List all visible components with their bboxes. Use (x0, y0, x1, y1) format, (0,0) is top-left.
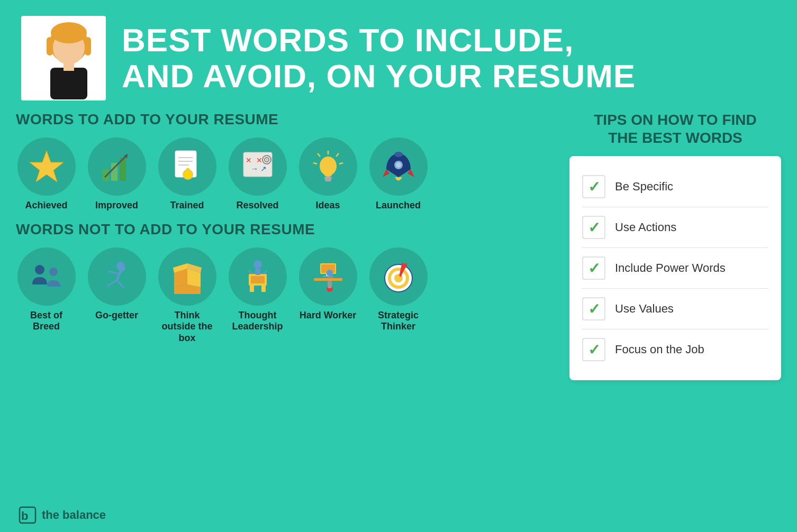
list-item: ✕ ✕ → ↗ Resolved (227, 137, 288, 212)
svg-point-63 (327, 270, 333, 276)
svg-point-48 (253, 260, 262, 269)
achieved-icon-circle (17, 137, 76, 196)
title-line2: AND AVOID, ON YOUR RESUME (122, 58, 636, 94)
svg-rect-55 (255, 269, 260, 275)
trained-icon-circle (158, 137, 216, 196)
resolved-label: Resolved (236, 200, 278, 212)
tip-item-use-actions: ✓ Use Actions (582, 207, 768, 248)
svg-rect-20 (186, 168, 189, 171)
hard-worker-label: Hard Worker (300, 310, 357, 322)
svg-point-40 (35, 265, 44, 274)
svg-text:b: b (21, 509, 28, 522)
achieved-label: Achieved (25, 200, 67, 212)
svg-rect-62 (328, 281, 332, 288)
words-not-to-add-section: WORDS NOT TO ADD TO YOUR RESUME Best of … (16, 221, 559, 344)
svg-rect-60 (314, 278, 342, 281)
svg-point-2 (51, 22, 87, 43)
svg-line-33 (313, 163, 317, 164)
tip-item-focus-job: ✓ Focus on the Job (582, 329, 768, 370)
avatar-box (21, 16, 106, 100)
svg-text:↗: ↗ (260, 164, 267, 173)
tips-title-line1: TIPS ON HOW TO FIND (569, 111, 781, 129)
tip-item-use-values: ✓ Use Values (582, 289, 768, 329)
words-to-add-row: Achieved (16, 137, 559, 212)
list-item: Ideas (297, 137, 358, 212)
think-outside-box-icon-circle (158, 247, 216, 306)
check-box-use-values: ✓ (582, 297, 605, 320)
resolved-icon-circle: ✕ ✕ → ↗ (229, 137, 287, 196)
ideas-label: Ideas (315, 200, 340, 212)
trained-label: Trained (170, 200, 204, 212)
tips-title: TIPS ON HOW TO FIND THE BEST WORDS (569, 111, 781, 146)
svg-line-54 (263, 271, 267, 274)
words-not-to-add-title: WORDS NOT TO ADD TO YOUR RESUME (16, 221, 559, 238)
left-section: WORDS TO ADD TO YOUR RESUME Achieved (16, 111, 559, 380)
strategy-icon: ✕ ✕ → ↗ (239, 148, 276, 185)
improved-label: Improved (95, 200, 138, 212)
list-item: Launched (368, 137, 429, 212)
podium-icon (239, 258, 276, 295)
thought-leadership-icon-circle (229, 247, 287, 306)
target-icon (380, 258, 417, 295)
svg-rect-52 (261, 286, 266, 292)
words-not-to-add-row: Best of Breed (16, 247, 559, 344)
checkmark-icon: ✓ (588, 219, 600, 236)
strategic-thinker-label: Strategic Thinker (368, 310, 429, 333)
svg-marker-7 (30, 151, 64, 182)
tip-item-power-words: ✓ Include Power Words (582, 248, 768, 289)
rocket-icon (380, 148, 417, 185)
best-of-breed-label: Best of Breed (16, 310, 77, 333)
checkmark-icon: ✓ (588, 260, 600, 277)
check-box-use-actions: ✓ (582, 216, 605, 239)
go-getter-icon-circle (88, 247, 146, 306)
runner-icon (98, 258, 135, 295)
list-item: Trained (157, 137, 218, 212)
tip-text-use-actions: Use Actions (615, 221, 676, 234)
title-line1: BEST WORDS TO INCLUDE, (122, 22, 636, 58)
improved-icon-circle (88, 137, 146, 196)
svg-line-46 (108, 280, 117, 286)
list-item: Best of Breed (16, 247, 77, 344)
svg-point-37 (394, 152, 403, 157)
hard-worker-icon-circle (299, 247, 357, 306)
svg-rect-3 (47, 37, 53, 56)
list-item: Thought Leadership (227, 247, 288, 344)
checkmark-icon: ✓ (588, 341, 600, 359)
svg-rect-36 (325, 179, 331, 181)
strategic-thinker-icon-circle (369, 247, 428, 306)
check-box-focus-job: ✓ (582, 338, 605, 361)
footer-logo-text: the balance (42, 508, 106, 522)
go-getter-label: Go-getter (95, 310, 138, 322)
checkmark-icon: ✓ (588, 178, 600, 196)
list-item: Go-getter (86, 247, 147, 344)
list-item: Think outside the box (157, 247, 218, 344)
tip-item-be-specific: ✓ Be Specific (582, 167, 768, 207)
launched-icon-circle (369, 137, 428, 196)
svg-point-68 (397, 277, 400, 280)
checkmark-icon: ✓ (588, 300, 600, 318)
chart-icon (98, 148, 135, 185)
list-item: Hard Worker (297, 247, 358, 344)
the-balance-logo-icon: b (19, 506, 37, 524)
svg-text:✕: ✕ (246, 156, 252, 164)
svg-point-19 (184, 171, 192, 178)
launched-label: Launched (376, 200, 421, 212)
box-icon (169, 258, 206, 295)
svg-line-30 (336, 153, 339, 157)
document-icon (169, 148, 206, 185)
think-outside-box-label: Think outside the box (157, 310, 218, 344)
ideas-icon-circle (299, 137, 357, 196)
svg-rect-5 (50, 68, 87, 99)
desk-icon (310, 258, 347, 295)
check-box-power-words: ✓ (582, 256, 605, 280)
svg-line-47 (117, 280, 124, 288)
avatar (37, 21, 90, 95)
svg-rect-51 (250, 286, 254, 292)
people-icon (28, 258, 65, 295)
footer: b the balance (19, 506, 106, 524)
main-content: WORDS TO ADD TO YOUR RESUME Achieved (0, 111, 797, 380)
svg-rect-4 (85, 37, 91, 56)
header-title: BEST WORDS TO INCLUDE, AND AVOID, ON YOU… (122, 22, 636, 94)
svg-line-44 (109, 271, 119, 274)
header: BEST WORDS TO INCLUDE, AND AVOID, ON YOU… (0, 0, 797, 111)
